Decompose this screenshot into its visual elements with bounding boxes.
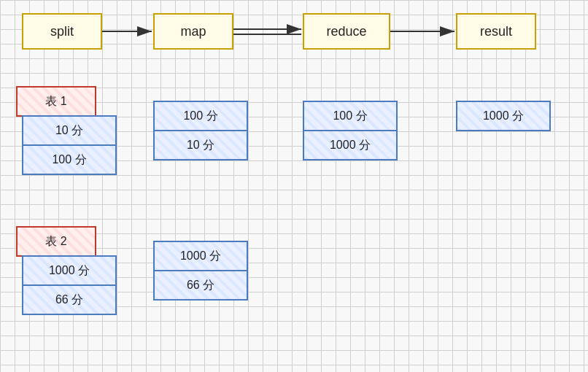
flow-box-result: result (456, 13, 536, 50)
table1-row-1: 10 分 (22, 115, 117, 146)
table2-row-2: 66 分 (22, 284, 117, 315)
reduce-row-2: 1000 分 (303, 130, 398, 160)
table2-header: 表 2 (16, 226, 96, 257)
flow-box-split: split (22, 13, 102, 50)
map-col2-row-2: 66 分 (153, 270, 248, 301)
reduce-row-1: 100 分 (303, 101, 398, 131)
table1-header: 表 1 (16, 86, 96, 117)
map-col1-row-1: 100 分 (153, 101, 248, 131)
map-col2-row-1: 1000 分 (153, 241, 248, 271)
map-col1-row-2: 10 分 (153, 130, 248, 160)
flow-box-reduce: reduce (303, 13, 390, 50)
flow-box-map: map (153, 13, 233, 50)
table1-row-2: 100 分 (22, 144, 117, 175)
main-content: split map reduce result 表 1 10 分 100 分 表… (0, 0, 588, 372)
table2-row-1: 1000 分 (22, 255, 117, 286)
arrows-svg (0, 0, 588, 372)
result-row-1: 1000 分 (456, 101, 551, 131)
